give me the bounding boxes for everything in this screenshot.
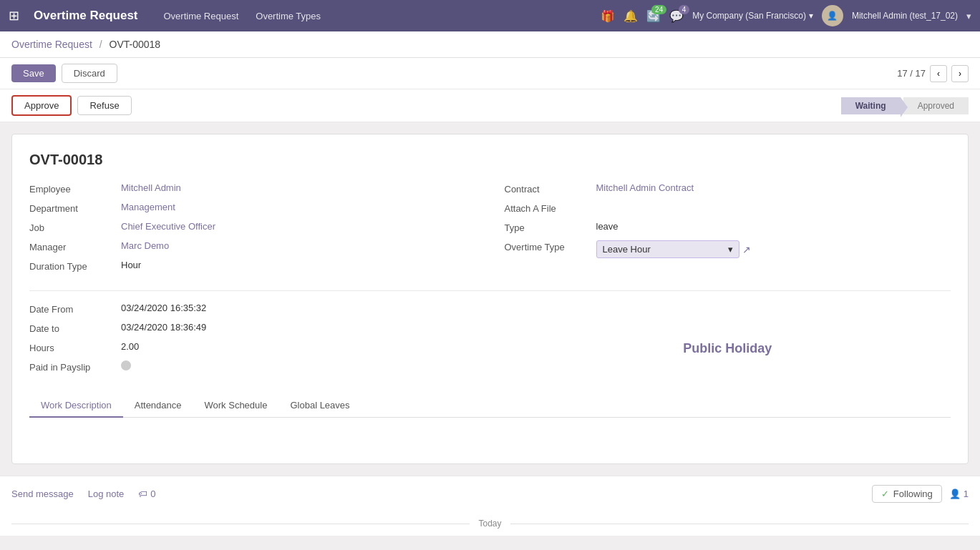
employee-value[interactable]: Mitchell Admin (121, 182, 181, 193)
pagination-count: 17 / 17 (897, 68, 926, 79)
employee-label: Employee (29, 182, 115, 195)
hours-label: Hours (29, 341, 115, 353)
status-step-waiting[interactable]: Waiting (841, 97, 901, 114)
tab-content-area (29, 418, 951, 446)
date-from-label: Date From (29, 303, 115, 315)
form-section-top: Employee Mitchell Admin Department Manag… (29, 182, 951, 279)
form-card: OVT-00018 Employee Mitchell Admin Depart… (11, 134, 969, 464)
form-left-column: Employee Mitchell Admin Department Manag… (29, 182, 476, 279)
pagination-prev[interactable]: ‹ (930, 65, 947, 82)
company-selector[interactable]: My Company (San Francisco) ▾ (692, 11, 813, 21)
type-value: leave (596, 221, 618, 232)
hours-group: Hours 2.00 (29, 341, 476, 353)
manager-value[interactable]: Marc Demo (121, 240, 169, 251)
type-group: Type leave (505, 221, 951, 233)
nav-links: Overtime Request Overtime Types (164, 11, 590, 21)
hours-value: 2.00 (121, 341, 139, 352)
date-section: Date From 03/24/2020 16:35:32 Date to 03… (29, 303, 951, 380)
date-to-label: Date to (29, 322, 115, 334)
log-note-button[interactable]: Log note (88, 488, 125, 499)
pagination: 17 / 17 ‹ › (897, 65, 969, 82)
form-right-column: Contract Mitchell Admin Contract Attach … (505, 182, 951, 279)
paid-group: Paid in Payslip (29, 360, 476, 373)
type-label: Type (505, 221, 591, 233)
date-from-group: Date From 03/24/2020 16:35:32 (29, 303, 476, 315)
employee-group: Employee Mitchell Admin (29, 182, 476, 195)
action-bar: Save Discard 17 / 17 ‹ › (0, 58, 980, 89)
refuse-button[interactable]: Refuse (77, 96, 131, 115)
discard-button[interactable]: Discard (62, 64, 117, 83)
divider (29, 290, 951, 291)
tag-button[interactable]: 🏷 0 (138, 488, 155, 499)
breadcrumb-separator: / (100, 39, 102, 50)
today-line-right (510, 524, 969, 524)
send-message-button[interactable]: Send message (11, 488, 74, 499)
gift-icon[interactable]: 🎁 (601, 9, 615, 23)
status-step-approved[interactable]: Approved (903, 97, 969, 114)
department-group: Department Management (29, 202, 476, 214)
clock-badge[interactable]: 🔄 24 (646, 9, 661, 23)
paid-label: Paid in Payslip (29, 360, 115, 373)
duration-value: Hour (121, 260, 141, 270)
tab-attendance[interactable]: Attendance (123, 394, 193, 418)
company-dropdown-icon: ▾ (809, 11, 813, 21)
chat-badge[interactable]: 💬 4 (669, 9, 684, 23)
ot-type-dropdown[interactable]: Leave Hour ▾ (596, 240, 739, 258)
department-value[interactable]: Management (121, 202, 175, 212)
ot-type-label: Overtime Type (505, 240, 591, 252)
nav-overtime-request[interactable]: Overtime Request (164, 11, 239, 21)
main-content: OVT-00018 Employee Mitchell Admin Depart… (0, 122, 980, 476)
dropdown-chevron-icon: ▾ (728, 244, 733, 255)
person-icon: 👤 (949, 488, 961, 499)
nav-overtime-types[interactable]: Overtime Types (256, 11, 321, 21)
tag-icon: 🏷 (138, 488, 147, 499)
status-pipeline: Waiting Approved (841, 97, 969, 114)
nav-right-area: 🎁 🔔 🔄 24 💬 4 My Company (San Francisco) … (601, 5, 971, 26)
save-button[interactable]: Save (11, 64, 56, 82)
approve-button[interactable]: Approve (11, 95, 72, 116)
tab-work-description[interactable]: Work Description (29, 394, 123, 418)
following-area: ✓ Following 👤 1 (872, 485, 969, 503)
manager-label: Manager (29, 240, 115, 252)
breadcrumb-current: OVT-00018 (110, 39, 161, 50)
tabs-bar: Work Description Attendance Work Schedul… (29, 394, 951, 418)
paid-checkbox[interactable] (121, 360, 131, 370)
chatter-bar: Send message Log note 🏷 0 ✓ Following 👤 … (0, 476, 980, 511)
contract-label: Contract (505, 182, 591, 195)
breadcrumb: Overtime Request / OVT-00018 (0, 31, 980, 58)
ot-type-select-container: Leave Hour ▾ ↗ (596, 240, 751, 258)
date-to-group: Date to 03/24/2020 18:36:49 (29, 322, 476, 334)
tag-count: 0 (150, 488, 155, 499)
job-label: Job (29, 221, 115, 233)
attach-group: Attach A File (505, 202, 951, 214)
user-name[interactable]: Mitchell Admin (test_17_02) (852, 11, 958, 21)
date-from-value: 03/24/2020 16:35:32 (121, 303, 206, 313)
user-avatar[interactable]: 👤 (822, 5, 843, 26)
tab-work-schedule[interactable]: Work Schedule (193, 394, 279, 418)
date-to-value: 03/24/2020 18:36:49 (121, 322, 206, 333)
bell-icon[interactable]: 🔔 (624, 9, 638, 23)
attach-label: Attach A File (505, 202, 591, 214)
company-name: My Company (San Francisco) (692, 11, 806, 21)
clock-count: 24 (651, 5, 666, 14)
external-link-icon[interactable]: ↗ (742, 244, 751, 255)
duration-label: Duration Type (29, 260, 115, 272)
job-value[interactable]: Chief Executive Officer (121, 221, 215, 232)
user-dropdown-icon[interactable]: ▾ (966, 11, 971, 21)
contract-group: Contract Mitchell Admin Contract (505, 182, 951, 195)
today-label: Today (470, 519, 510, 529)
manager-group: Manager Marc Demo (29, 240, 476, 252)
tab-global-leaves[interactable]: Global Leaves (278, 394, 361, 418)
follower-number: 1 (964, 488, 969, 499)
top-navigation: ⊞ Overtime Request Overtime Request Over… (0, 0, 980, 31)
breadcrumb-parent[interactable]: Overtime Request (11, 39, 92, 50)
department-label: Department (29, 202, 115, 214)
job-group: Job Chief Executive Officer (29, 221, 476, 233)
contract-value[interactable]: Mitchell Admin Contract (596, 182, 694, 193)
follower-count[interactable]: 👤 1 (949, 488, 969, 499)
following-button[interactable]: ✓ Following (872, 485, 942, 503)
pagination-next[interactable]: › (951, 65, 969, 82)
following-label: Following (893, 488, 933, 499)
app-grid-icon[interactable]: ⊞ (9, 8, 19, 24)
form-title: OVT-00018 (29, 152, 951, 168)
